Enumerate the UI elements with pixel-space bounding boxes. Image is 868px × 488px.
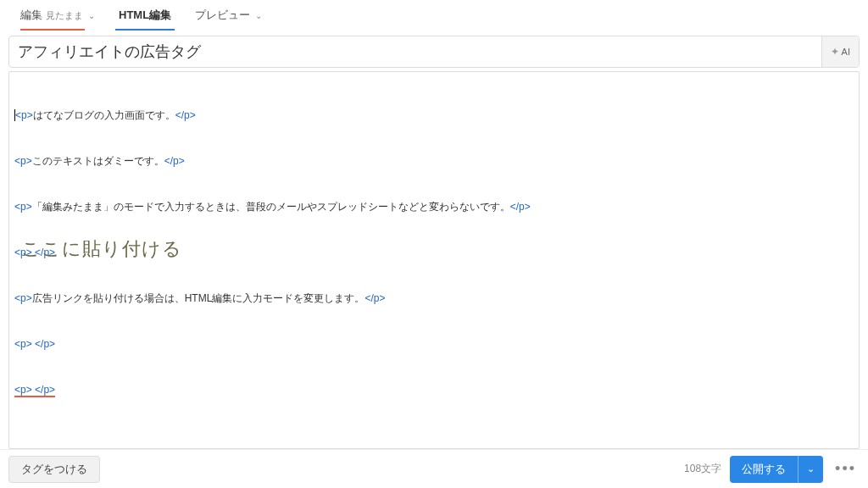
chevron-down-icon: ⌄ bbox=[255, 11, 262, 20]
publish-group: 公開する ⌄ bbox=[730, 456, 823, 483]
ai-assist-button[interactable]: ✦ AI bbox=[821, 36, 859, 67]
code-line: <p> </p> bbox=[14, 336, 854, 352]
tab-edit-sublabel: 見たまま bbox=[46, 9, 83, 22]
bottom-toolbar: タグをつける 108文字 公開する ⌄ ••• bbox=[0, 449, 868, 488]
code-line: <p> </p> bbox=[14, 382, 854, 397]
tab-preview[interactable]: プレビュー ⌄ bbox=[183, 0, 274, 30]
tab-edit-underline bbox=[20, 29, 85, 30]
title-row: ✦ AI bbox=[8, 36, 860, 68]
code-line: <p> </p> bbox=[14, 245, 854, 260]
code-line: <p>このテキストはダミーです。</p> bbox=[14, 153, 854, 169]
add-tag-button[interactable]: タグをつける bbox=[8, 456, 100, 483]
publish-dropdown[interactable]: ⌄ bbox=[798, 456, 823, 483]
tab-active-underline bbox=[115, 29, 175, 30]
code-line: <p>「編集みたまま」のモードで入力するときは、普段のメールやスプレッドシートな… bbox=[14, 199, 854, 214]
ai-label: AI bbox=[842, 47, 850, 57]
editor-mode-tabs: 編集 見たまま ⌄ HTML編集 プレビュー ⌄ bbox=[0, 0, 868, 30]
tab-html-label: HTML編集 bbox=[119, 8, 171, 23]
tab-edit-wysiwyg[interactable]: 編集 見たまま ⌄ bbox=[8, 0, 107, 30]
char-count: 108文字 bbox=[684, 462, 721, 476]
tab-preview-label: プレビュー bbox=[195, 8, 250, 23]
tab-edit-label: 編集 bbox=[20, 8, 42, 23]
chevron-down-icon: ⌄ bbox=[88, 11, 95, 20]
publish-button[interactable]: 公開する bbox=[730, 456, 798, 483]
html-editor[interactable]: <p>はてなブログの入力画面です。</p> <p>このテキストはダミーです。</… bbox=[8, 71, 860, 449]
code-line: <p>広告リンクを貼り付ける場合は、HTML編集に入力モードを変更します。</p… bbox=[14, 291, 854, 306]
sparkle-icon: ✦ bbox=[831, 46, 839, 58]
tab-html-edit[interactable]: HTML編集 bbox=[107, 0, 183, 30]
code-area[interactable]: <p>はてなブログの入力画面です。</p> <p>このテキストはダミーです。</… bbox=[9, 72, 859, 449]
code-line: <p>はてなブログの入力画面です。</p> bbox=[14, 108, 854, 123]
bottom-right-controls: 108文字 公開する ⌄ ••• bbox=[684, 456, 860, 483]
post-title-input[interactable] bbox=[9, 36, 821, 67]
more-menu-button[interactable]: ••• bbox=[832, 460, 860, 478]
